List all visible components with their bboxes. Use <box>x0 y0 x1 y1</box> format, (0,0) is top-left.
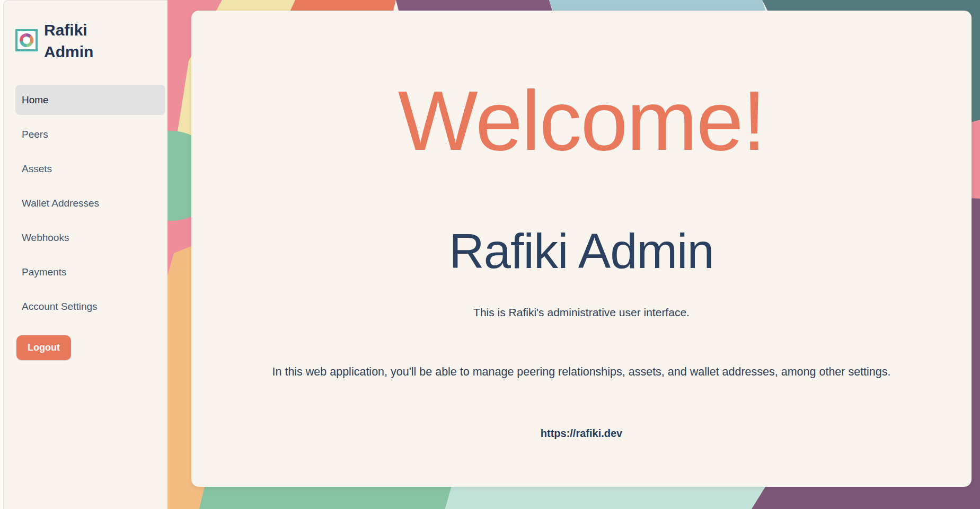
rafiki-ring-icon <box>20 33 33 47</box>
sidebar-item-wallet-addresses[interactable]: Wallet Addresses <box>15 188 165 218</box>
brand: Rafiki Admin <box>4 1 167 62</box>
subtitle-text: This is Rafiki's administrative user int… <box>473 306 690 319</box>
sidebar: Rafiki Admin HomePeersAssetsWallet Addre… <box>3 0 167 509</box>
sidebar-item-payments[interactable]: Payments <box>15 257 165 287</box>
sidebar-item-assets[interactable]: Assets <box>15 154 165 184</box>
main-area: Welcome! Rafiki Admin This is Rafiki's a… <box>167 0 980 509</box>
sidebar-nav: HomePeersAssetsWallet AddressesWebhooksP… <box>4 85 167 322</box>
page-title: Rafiki Admin <box>449 227 713 275</box>
sidebar-item-home[interactable]: Home <box>15 85 165 115</box>
rafiki-dev-link[interactable]: https://rafiki.dev <box>541 427 622 440</box>
description-text: In this web application, you'll be able … <box>272 365 891 379</box>
sidebar-item-webhooks[interactable]: Webhooks <box>15 222 165 253</box>
rafiki-logo-icon <box>15 29 38 51</box>
welcome-card: Welcome! Rafiki Admin This is Rafiki's a… <box>191 11 972 487</box>
sidebar-item-peers[interactable]: Peers <box>15 119 165 149</box>
welcome-heading: Welcome! <box>398 78 765 163</box>
app-title: Rafiki Admin <box>44 20 113 62</box>
sidebar-item-account-settings[interactable]: Account Settings <box>15 291 165 322</box>
logout-button[interactable]: Logout <box>16 335 71 360</box>
